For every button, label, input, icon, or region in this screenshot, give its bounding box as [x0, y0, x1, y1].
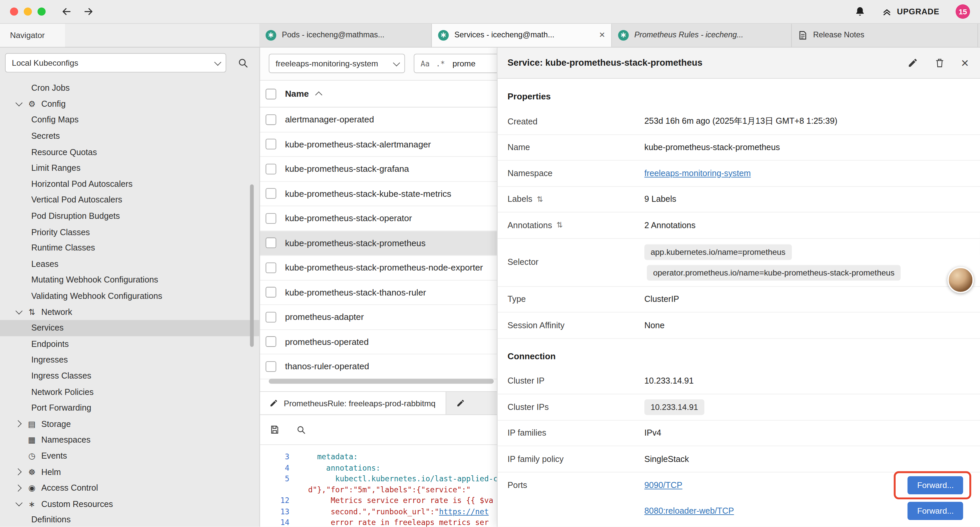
delete-button[interactable]: [934, 57, 945, 68]
sidebar-item-label: Custom Resources: [41, 499, 113, 509]
sidebar-item-horizontal-pod-autoscalers[interactable]: Horizontal Pod Autoscalers: [0, 176, 259, 192]
close-window-button[interactable]: [10, 7, 18, 15]
sidebar-item-limit-ranges[interactable]: Limit Ranges: [0, 160, 259, 176]
maximize-window-button[interactable]: [37, 7, 45, 15]
namespace-link[interactable]: freeleaps-monitoring-system: [644, 169, 751, 178]
sidebar-item-ingress-classes[interactable]: Ingress Classes: [0, 368, 259, 384]
chevron-down-icon[interactable]: [14, 101, 22, 107]
bell-icon: [854, 6, 866, 18]
sidebar-item-events[interactable]: ◷Events: [0, 448, 259, 464]
horizontal-scrollbar[interactable]: [269, 379, 494, 384]
namespace-selector[interactable]: freeleaps-monitoring-system: [269, 54, 405, 73]
tab-pods[interactable]: ∗ Pods - icecheng@mathmas...: [259, 23, 432, 47]
forward-button[interactable]: Forward...: [908, 476, 963, 494]
sidebar-item-endpoints[interactable]: Endpoints: [0, 336, 259, 352]
edit-button[interactable]: [907, 57, 918, 68]
chevron-down-icon[interactable]: [14, 309, 22, 315]
selector-badges: app.kubernetes.io/name=prometheus operat…: [644, 239, 901, 286]
close-drawer-icon[interactable]: ×: [961, 56, 969, 69]
editor-search-button[interactable]: [296, 425, 305, 434]
namespaces-icon: ▦: [26, 435, 38, 444]
sidebar-item-helm[interactable]: ☸Helm: [0, 464, 259, 480]
minimize-window-button[interactable]: [24, 7, 32, 15]
dock-tab-prometheusrule[interactable]: PrometheusRule: freeleaps-prod-rabbitmq: [259, 392, 446, 414]
save-button[interactable]: [269, 424, 280, 435]
sidebar-item-network-policies[interactable]: Network Policies: [0, 384, 259, 400]
chevron-right-icon[interactable]: [14, 469, 22, 474]
labels-count[interactable]: 9 Labels: [644, 194, 676, 204]
row-checkbox[interactable]: [266, 139, 276, 150]
tab-release-notes[interactable]: Release Notes: [792, 23, 978, 47]
connection-section-title: Connection: [497, 339, 980, 369]
sidebar-item-namespaces[interactable]: ▦Namespaces: [0, 432, 259, 448]
tab-argo[interactable]: ∗ Argo Se: [978, 23, 980, 47]
match-case-toggle[interactable]: Aa: [421, 59, 430, 68]
sidebar-item-priority-classes[interactable]: Priority Classes: [0, 224, 259, 240]
navigator-tree: Cron Jobs ⚙Config Config Maps Secrets Re…: [0, 80, 259, 527]
notification-count-badge[interactable]: 15: [956, 4, 970, 19]
sidebar-item-validating-webhook-configurations[interactable]: Validating Webhook Configurations: [0, 288, 259, 304]
expand-collapse-icon[interactable]: ⇅: [537, 195, 543, 204]
sidebar-item-port-forwarding[interactable]: Port Forwarding: [0, 400, 259, 416]
sidebar-item-definitions[interactable]: Definitions: [0, 512, 259, 527]
sidebar-item-secrets[interactable]: Secrets: [0, 128, 259, 144]
sidebar-item-resource-quotas[interactable]: Resource Quotas: [0, 144, 259, 160]
detail-label: Cluster IPs: [508, 402, 644, 412]
expand-collapse-icon[interactable]: ⇅: [556, 221, 563, 229]
row-checkbox[interactable]: [266, 237, 276, 248]
chevron-right-icon[interactable]: [14, 421, 22, 426]
sidebar-item-ingresses[interactable]: Ingresses: [0, 352, 259, 368]
row-checkbox[interactable]: [266, 188, 276, 199]
chevron-down-icon[interactable]: [14, 502, 22, 506]
tab-services[interactable]: ∗ Services - icecheng@math... ×: [432, 23, 612, 47]
row-checkbox[interactable]: [266, 336, 276, 347]
sidebar-item-storage[interactable]: ▤Storage: [0, 416, 259, 432]
line-number: 4: [259, 463, 297, 474]
detail-label: Labels: [508, 194, 532, 204]
sidebar-item-mutating-webhook-configurations[interactable]: Mutating Webhook Configurations: [0, 272, 259, 288]
code-link-text: https://net: [439, 507, 488, 516]
regex-toggle[interactable]: .*: [436, 59, 445, 68]
select-all-checkbox[interactable]: [266, 88, 276, 99]
row-checkbox[interactable]: [266, 114, 276, 125]
close-tab-icon[interactable]: ×: [595, 30, 605, 40]
tab-prometheus-rules[interactable]: ∗ Prometheus Rules - icecheng...: [612, 23, 792, 47]
port-link[interactable]: 9090/TCP: [644, 480, 682, 490]
sidebar-item-leases[interactable]: Leases: [0, 256, 259, 272]
sidebar-item-config[interactable]: ⚙Config: [0, 96, 259, 112]
annotations-count[interactable]: 2 Annotations: [644, 220, 695, 230]
sidebar-scrollbar[interactable]: [250, 185, 253, 347]
row-checkbox[interactable]: [266, 287, 276, 298]
sidebar-search-button[interactable]: [237, 57, 248, 68]
sidebar-item-label: Horizontal Pod Autoscalers: [31, 179, 133, 188]
row-checkbox[interactable]: [266, 312, 276, 323]
sidebar-item-pod-disruption-budgets[interactable]: Pod Disruption Budgets: [0, 208, 259, 224]
sidebar-item-config-maps[interactable]: Config Maps: [0, 112, 259, 128]
sidebar-item-services[interactable]: Services: [0, 320, 259, 336]
upgrade-button[interactable]: UPGRADE: [882, 7, 939, 17]
kubeconfig-selector[interactable]: Local Kubeconfigs: [5, 53, 226, 72]
sidebar-item-custom-resources[interactable]: ∗Custom Resources: [0, 496, 259, 512]
sidebar-item-label: Ingresses: [31, 355, 68, 365]
sidebar-item-network[interactable]: ⇅Network: [0, 304, 259, 320]
forward-button[interactable]: [83, 6, 94, 18]
row-checkbox[interactable]: [266, 164, 276, 174]
notifications-bell-button[interactable]: [854, 6, 866, 18]
back-button[interactable]: [61, 6, 73, 18]
sidebar-item-cron-jobs[interactable]: Cron Jobs: [0, 80, 259, 96]
forward-button[interactable]: Forward...: [908, 502, 963, 520]
name-column-header[interactable]: Name: [285, 89, 309, 99]
sidebar-item-access-control[interactable]: ◉Access Control: [0, 480, 259, 496]
row-checkbox[interactable]: [266, 262, 276, 273]
port-link[interactable]: 8080:reloader-web/TCP: [644, 506, 734, 515]
drawer-title: Service: kube-prometheus-stack-prometheu…: [508, 57, 702, 67]
row-checkbox[interactable]: [266, 213, 276, 223]
presenter-avatar[interactable]: [948, 267, 974, 293]
sidebar-item-runtime-classes[interactable]: Runtime Classes: [0, 240, 259, 256]
row-checkbox[interactable]: [266, 361, 276, 372]
service-name: alertmanager-operated: [285, 115, 374, 124]
service-name: kube-prometheus-stack-prometheus: [285, 238, 425, 248]
chevron-right-icon[interactable]: [14, 485, 22, 490]
sidebar-item-vertical-pod-autoscalers[interactable]: Vertical Pod Autoscalers: [0, 192, 259, 208]
detail-value: None: [644, 320, 665, 330]
